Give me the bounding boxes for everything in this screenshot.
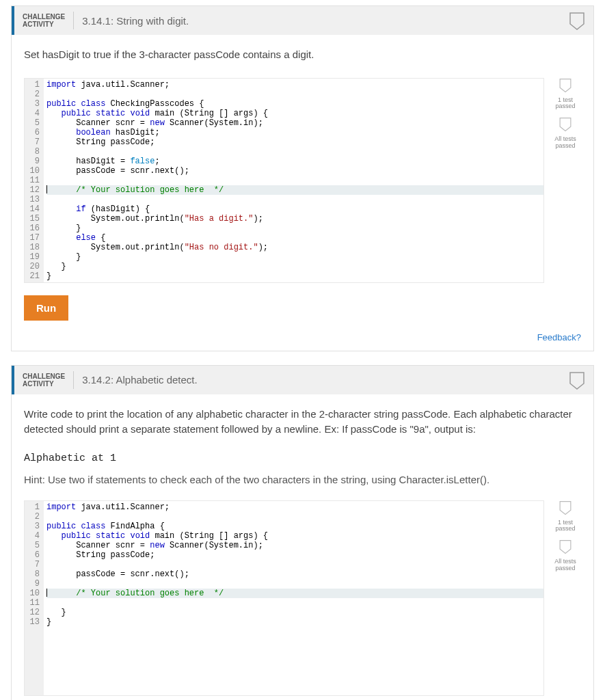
code-line[interactable]: } xyxy=(46,271,543,281)
code-line[interactable]: /* Your solution goes here */ xyxy=(46,185,543,195)
code-line[interactable]: if (hasDigit) { xyxy=(46,204,543,214)
code-line[interactable]: else { xyxy=(46,233,543,243)
code-line[interactable] xyxy=(46,656,543,665)
code-line[interactable]: Scanner scnr = new Scanner(System.in); xyxy=(46,118,543,128)
badge-1-label: 1 testpassed xyxy=(555,97,575,111)
code-line[interactable] xyxy=(46,579,543,589)
code-line[interactable] xyxy=(46,90,543,99)
code-line[interactable] xyxy=(46,176,543,185)
code-line[interactable] xyxy=(46,195,543,204)
code-line[interactable]: } xyxy=(46,617,543,627)
challenge-body: Set hasDigit to true if the 3-character … xyxy=(12,35,593,351)
code-line[interactable] xyxy=(46,560,543,569)
code-line[interactable] xyxy=(46,665,543,675)
divider xyxy=(73,371,74,389)
test-badges: 1 testpassedAll testspassed xyxy=(550,500,581,696)
badge-2-label: All testspassed xyxy=(554,558,576,572)
badge-1-label: 1 testpassed xyxy=(555,520,575,533)
code-line[interactable] xyxy=(46,646,543,656)
code-line[interactable]: } xyxy=(46,608,543,617)
code-line[interactable]: public class FindAlpha { xyxy=(46,522,543,531)
code-line[interactable]: String passCode; xyxy=(46,137,543,147)
code-line[interactable]: boolean hasDigit; xyxy=(46,128,543,137)
shield-icon xyxy=(559,539,572,554)
shield-icon xyxy=(559,78,572,93)
shield-icon xyxy=(559,500,572,515)
challenge-label: CHALLENGEACTIVITY xyxy=(14,373,73,388)
code-area[interactable]: import java.util.Scanner;public class Fi… xyxy=(44,501,543,695)
code-line[interactable] xyxy=(46,598,543,608)
code-line[interactable] xyxy=(46,675,543,684)
feedback-wrap: Feedback? xyxy=(24,332,581,342)
prompt-text: Write code to print the location of any … xyxy=(24,407,581,438)
code-line[interactable]: public static void main (String [] args)… xyxy=(46,531,543,541)
code-line[interactable]: System.out.println("Has a digit."); xyxy=(46,214,543,224)
run-button[interactable]: Run xyxy=(24,295,68,321)
line-gutter: 123456789101112131415161718192021 xyxy=(25,79,44,282)
code-line[interactable]: } xyxy=(46,252,543,262)
challenge-2: CHALLENGEACTIVITY3.14.2: Alphabetic dete… xyxy=(11,365,594,701)
code-line[interactable] xyxy=(46,684,543,694)
code-line[interactable]: hasDigit = false; xyxy=(46,157,543,166)
editor-wrap: 12345678910111213import java.util.Scanne… xyxy=(24,500,581,696)
test-badges: 1 testpassedAll testspassed xyxy=(550,78,581,283)
feedback-link[interactable]: Feedback? xyxy=(537,332,581,342)
code-line[interactable]: passCode = scnr.next(); xyxy=(46,166,543,176)
code-line[interactable]: /* Your solution goes here */ xyxy=(46,589,543,598)
code-line[interactable]: import java.util.Scanner; xyxy=(46,502,543,512)
example-output: Alphabetic at 1 xyxy=(24,453,581,464)
header-shield-icon xyxy=(569,12,585,33)
header-shield-icon xyxy=(569,371,585,392)
code-line[interactable]: public static void main (String [] args)… xyxy=(46,109,543,118)
shield-icon xyxy=(559,117,572,132)
code-line[interactable]: public class CheckingPasscodes { xyxy=(46,99,543,109)
challenge-header: CHALLENGEACTIVITY3.14.2: Alphabetic dete… xyxy=(12,366,593,394)
challenge-title: 3.14.1: String with digit. xyxy=(82,15,189,27)
challenge-title: 3.14.2: Alphabetic detect. xyxy=(82,374,197,386)
code-editor[interactable]: 12345678910111213import java.util.Scanne… xyxy=(24,500,544,696)
code-line[interactable] xyxy=(46,636,543,646)
challenge-header: CHALLENGEACTIVITY3.14.1: String with dig… xyxy=(12,6,593,35)
prompt-text: Set hasDigit to true if the 3-character … xyxy=(24,47,581,63)
challenge-1: CHALLENGEACTIVITY3.14.1: String with dig… xyxy=(11,5,594,351)
code-line[interactable] xyxy=(46,147,543,157)
code-line[interactable] xyxy=(46,627,543,636)
code-line[interactable]: String passCode; xyxy=(46,550,543,560)
code-editor[interactable]: 123456789101112131415161718192021import … xyxy=(24,78,544,283)
editor-wrap: 123456789101112131415161718192021import … xyxy=(24,78,581,283)
divider xyxy=(73,12,74,29)
line-gutter: 12345678910111213 xyxy=(25,501,44,695)
challenge-label: CHALLENGEACTIVITY xyxy=(14,13,73,28)
code-line[interactable]: } xyxy=(46,262,543,271)
code-line[interactable]: Scanner scnr = new Scanner(System.in); xyxy=(46,541,543,550)
shield-icon xyxy=(569,371,585,390)
shield-icon xyxy=(569,12,585,31)
code-line[interactable]: passCode = scnr.next(); xyxy=(46,569,543,579)
badge-2-label: All testspassed xyxy=(554,136,576,150)
code-line[interactable]: System.out.println("Has no digit."); xyxy=(46,243,543,252)
challenge-body: Write code to print the location of any … xyxy=(12,394,593,701)
code-area[interactable]: import java.util.Scanner;public class Ch… xyxy=(44,79,543,282)
code-line[interactable] xyxy=(46,512,543,522)
hint-text: Hint: Use two if statements to check eac… xyxy=(24,474,581,485)
code-line[interactable]: import java.util.Scanner; xyxy=(46,80,543,90)
code-line[interactable]: } xyxy=(46,224,543,233)
